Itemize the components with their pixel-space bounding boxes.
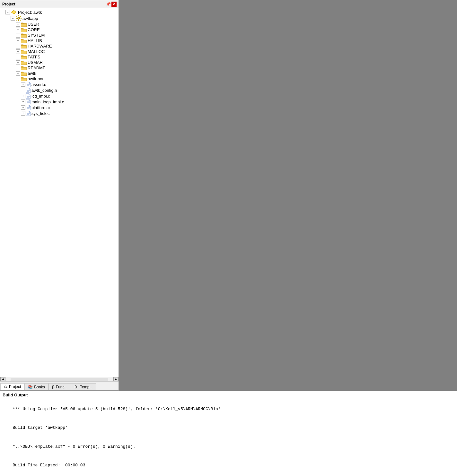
titlebar-controls: 📌 ✕ (106, 2, 117, 7)
tab-temp[interactable]: 0↓ Temp... (71, 383, 96, 390)
expand-system-icon[interactable]: + (16, 33, 20, 38)
svg-rect-38 (21, 56, 23, 56)
svg-rect-42 (21, 61, 23, 62)
tree-file-awtk-config[interactable]: awtk_config.h (0, 87, 119, 93)
svg-rect-47 (21, 67, 27, 70)
tree-root-item[interactable]: − Project: awtk (0, 9, 119, 15)
usmart-folder-label: USMART (28, 60, 45, 65)
awtk-config-file-label: awtk_config.h (31, 88, 57, 93)
folder-icon (21, 22, 27, 27)
scrollbar-track[interactable] (11, 378, 108, 381)
tree-folder-usmart[interactable]: + USMART (0, 60, 119, 65)
tree-folder-user[interactable]: + USER (0, 22, 119, 27)
core-folder-label: CORE (28, 27, 40, 32)
tree-folder-system[interactable]: + SYSTEM (0, 32, 119, 38)
books-tab-icon: 📚 (28, 385, 33, 389)
tree-folder-core[interactable]: + CORE (0, 27, 119, 32)
expand-lcd-icon[interactable]: + (21, 94, 25, 98)
readme-folder-label: README (28, 65, 46, 70)
folder-icon (21, 39, 27, 43)
project-title-label: Project (2, 2, 15, 6)
svg-rect-7 (21, 18, 22, 19)
fatfs-folder-label: FATFS (28, 55, 40, 59)
expand-assert-icon[interactable]: + (21, 82, 25, 87)
folder-icon (21, 28, 27, 32)
expand-hardware-icon[interactable]: + (16, 44, 20, 48)
project-tree[interactable]: − Project: awtk − (0, 8, 119, 377)
folder-icon (21, 55, 27, 59)
file-icon (26, 82, 31, 87)
svg-rect-23 (21, 35, 27, 38)
expand-root-icon[interactable]: − (5, 10, 10, 14)
svg-rect-30 (21, 45, 23, 46)
pin-button[interactable]: 📌 (106, 2, 111, 7)
expand-usmart-icon[interactable]: + (16, 60, 20, 65)
build-output-text: *** Using Compiler 'V5.06 update 5 (buil… (3, 400, 454, 475)
tab-books[interactable]: 📚 Books (24, 383, 48, 390)
folder-icon (21, 60, 27, 65)
svg-rect-22 (21, 34, 23, 35)
tree-file-platform[interactable]: + platform.c (0, 105, 119, 110)
tab-func[interactable]: {} Func... (48, 383, 71, 390)
tree-file-lcd-impl[interactable]: + lcd_impl.c (0, 93, 119, 99)
close-button[interactable]: ✕ (111, 2, 117, 7)
svg-rect-55 (21, 78, 27, 81)
temp-tab-icon: 0↓ (75, 385, 79, 389)
svg-marker-73 (29, 99, 31, 101)
svg-rect-50 (21, 72, 23, 73)
svg-marker-78 (29, 105, 31, 107)
expand-awtk-icon[interactable]: + (16, 71, 20, 76)
user-folder-label: USER (28, 22, 39, 27)
expand-awtkapp-icon[interactable]: − (11, 16, 15, 21)
tree-folder-hardware[interactable]: + HARDWARE (0, 43, 119, 49)
svg-rect-39 (21, 56, 27, 59)
file-icon (26, 105, 31, 110)
tree-awtkapp-item[interactable]: − (0, 15, 119, 22)
file-icon (26, 88, 31, 93)
expand-mainloop-icon[interactable]: + (21, 100, 25, 104)
tree-file-assert[interactable]: + assert.c (0, 82, 119, 87)
folder-open-icon (21, 77, 27, 81)
hardware-folder-label: HARDWARE (28, 44, 52, 48)
scroll-right-arrow[interactable]: ▶ (113, 377, 119, 382)
expand-fatfs-icon[interactable]: + (16, 55, 20, 59)
tree-folder-hallib[interactable]: + HALLIB (0, 38, 119, 43)
svg-rect-19 (21, 29, 27, 32)
tree-folder-readme[interactable]: + README (0, 65, 119, 71)
editor-area (119, 0, 457, 391)
project-root-icon (11, 10, 17, 15)
svg-marker-63 (29, 88, 31, 89)
expand-readme-icon[interactable]: + (16, 66, 20, 70)
tree-file-main-loop[interactable]: + main_loop_impl.c (0, 99, 119, 105)
tab-project[interactable]: 🗂 Project (0, 383, 24, 390)
svg-rect-8 (16, 16, 17, 17)
svg-marker-83 (29, 111, 31, 112)
hallib-folder-label: HALLIB (28, 38, 42, 43)
tree-folder-awtk-port[interactable]: − awtk-port (0, 76, 119, 82)
awtk-folder-label: awtk (28, 71, 36, 76)
expand-hallib-icon[interactable]: + (16, 39, 20, 43)
file-icon (26, 111, 31, 116)
build-output-panel: Build Output *** Using Compiler 'V5.06 u… (0, 391, 457, 476)
expand-core-icon[interactable]: + (16, 28, 20, 32)
scroll-left-arrow[interactable]: ◀ (0, 377, 5, 382)
svg-rect-5 (18, 20, 19, 21)
tree-folder-fatfs[interactable]: + FATFS (0, 54, 119, 60)
tree-folder-awtk[interactable]: + awtk (0, 71, 119, 76)
svg-rect-46 (21, 66, 23, 67)
expand-user-icon[interactable]: + (16, 22, 20, 27)
platform-file-label: platform.c (31, 105, 50, 110)
titlebar-title: Project (2, 2, 15, 6)
horizontal-scrollbar[interactable]: ◀ ▶ (0, 377, 119, 381)
svg-rect-43 (21, 62, 27, 65)
svg-rect-54 (21, 77, 23, 78)
svg-rect-31 (21, 46, 27, 48)
expand-systick-icon[interactable]: + (21, 111, 25, 116)
expand-platform-icon[interactable]: + (21, 105, 25, 110)
tree-folder-malloc[interactable]: + MALLOC (0, 49, 119, 54)
expand-malloc-icon[interactable]: + (16, 49, 20, 54)
lcd-impl-file-label: lcd_impl.c (31, 94, 50, 99)
books-tab-label: Books (34, 385, 45, 389)
expand-awtk-port-icon[interactable]: − (16, 77, 20, 81)
tree-file-sys-tick[interactable]: + sys_tick.c (0, 110, 119, 116)
